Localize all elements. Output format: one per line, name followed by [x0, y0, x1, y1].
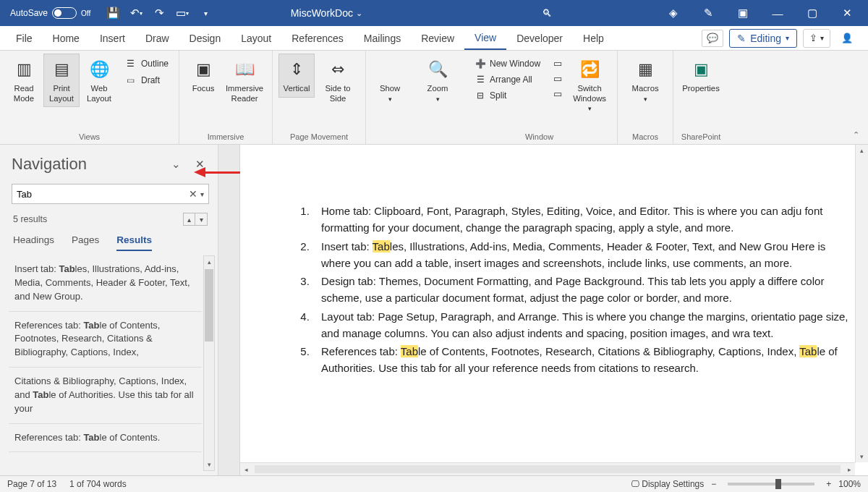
tab-file[interactable]: File: [6, 26, 43, 50]
qat-item-icon[interactable]: ▭▾: [171, 0, 193, 26]
tab-design[interactable]: Design: [179, 26, 231, 50]
split-button[interactable]: ⊟Split: [472, 88, 543, 103]
comments-button[interactable]: 💬: [702, 30, 723, 47]
nav-close-button[interactable]: ✕: [191, 156, 209, 173]
tab-references[interactable]: References: [281, 26, 354, 50]
web-layout-button[interactable]: 🌐Web Layout: [81, 54, 117, 107]
tab-mailings[interactable]: Mailings: [354, 26, 411, 50]
nav-search-box[interactable]: ✕ ▾: [12, 184, 209, 204]
zoom-button[interactable]: 🔍Zoom▾: [420, 54, 456, 106]
arrange-all-icon: ☰: [475, 75, 486, 85]
ribbon: ▥Read Mode ▤Print Layout 🌐Web Layout ☰Ou…: [0, 51, 868, 145]
scroll-down-icon[interactable]: ▾: [204, 459, 214, 470]
close-button[interactable]: ✕: [830, 0, 864, 26]
tab-help[interactable]: Help: [573, 26, 614, 50]
tab-review[interactable]: Review: [411, 26, 464, 50]
nav-tab-pages[interactable]: Pages: [72, 234, 99, 251]
brush-icon[interactable]: ✎: [692, 0, 725, 26]
arrange-all-button[interactable]: ☰Arrange All: [472, 72, 543, 87]
show-button[interactable]: Show▾: [372, 54, 408, 106]
draft-button[interactable]: ▭Draft: [120, 73, 171, 88]
tab-insert[interactable]: Insert: [90, 26, 135, 50]
editing-mode-button[interactable]: ✎ Editing ▾: [729, 29, 797, 48]
autosave-label: AutoSave: [10, 8, 48, 18]
slider-knob[interactable]: [775, 479, 781, 489]
zoom-level[interactable]: 100%: [838, 479, 861, 489]
tab-developer[interactable]: Developer: [506, 26, 573, 50]
window-option-icon[interactable]: ▭: [553, 73, 562, 84]
scroll-left-icon[interactable]: ◂: [240, 463, 252, 475]
switch-windows-icon: 🔁: [577, 57, 602, 82]
print-layout-button[interactable]: ▤Print Layout: [43, 54, 80, 107]
properties-button[interactable]: ▣Properties: [679, 54, 723, 98]
share-icon: ⇪: [809, 33, 817, 43]
page-indicator[interactable]: Page 7 of 13: [7, 479, 56, 489]
document-canvas[interactable]: Home tab: Clipboard, Font, Paragraph, St…: [240, 145, 855, 462]
immersive-reader-button[interactable]: 📖Immersive Reader: [223, 54, 266, 107]
account-icon[interactable]: 👤: [836, 30, 858, 47]
next-result-icon[interactable]: ▾: [195, 213, 207, 225]
scroll-down-icon[interactable]: ▾: [856, 451, 868, 462]
search-result-item[interactable]: Citations & Bibliography, Captions, Inde…: [9, 368, 202, 424]
ribbon-tabs: File Home Insert Draw Design Layout Refe…: [0, 26, 868, 51]
redo-icon[interactable]: ↷: [148, 0, 170, 26]
collapse-ribbon-icon[interactable]: ⌃: [853, 130, 859, 140]
scroll-up-icon[interactable]: ▴: [204, 256, 214, 268]
search-input[interactable]: [17, 189, 186, 200]
clear-search-icon[interactable]: ✕: [189, 188, 197, 200]
scroll-track[interactable]: [255, 465, 841, 473]
tab-view[interactable]: View: [464, 26, 506, 50]
diamond-icon[interactable]: ◈: [657, 0, 690, 26]
nav-tab-headings[interactable]: Headings: [13, 234, 54, 251]
tab-layout[interactable]: Layout: [231, 26, 281, 50]
scroll-right-icon[interactable]: ▸: [843, 463, 855, 475]
scroll-up-icon[interactable]: ▴: [856, 145, 868, 156]
window-option-icon[interactable]: ▭: [553, 88, 562, 99]
search-result-item[interactable]: References tab: Table of Contents.: [9, 424, 202, 453]
qat-customize-icon[interactable]: ▾: [195, 0, 216, 26]
chevron-down-icon: ▾: [436, 96, 440, 103]
zoom-out-button[interactable]: −: [711, 479, 716, 489]
nav-tab-results[interactable]: Results: [116, 234, 152, 251]
ribbon-toggle-icon[interactable]: ▣: [726, 0, 760, 26]
prev-result-icon[interactable]: ▴: [184, 213, 195, 225]
document-list-item: Design tab: Themes, Document Formatting,…: [312, 273, 855, 307]
tab-draw[interactable]: Draw: [135, 26, 179, 50]
doc-horizontal-scrollbar[interactable]: ◂ ▸: [240, 462, 855, 475]
new-window-icon: ➕: [475, 59, 486, 69]
side-to-side-button[interactable]: ⇔Side to Side: [316, 54, 359, 107]
zoom-in-button[interactable]: +: [826, 479, 831, 489]
maximize-button[interactable]: ▢: [796, 0, 829, 26]
new-window-button[interactable]: ➕New Window: [472, 56, 543, 71]
document-title[interactable]: MiscWorkDoc ⌄: [216, 7, 436, 19]
autosave-toggle[interactable]: AutoSave Off: [4, 7, 96, 19]
search-result-item[interactable]: Insert tab: Tables, Illustrations, Add-i…: [9, 255, 202, 312]
minimize-button[interactable]: —: [761, 0, 794, 26]
doc-vertical-scrollbar[interactable]: ▴ ▾: [855, 145, 868, 462]
focus-button[interactable]: ▣Focus: [185, 54, 221, 98]
save-icon[interactable]: 💾: [102, 0, 124, 26]
window-option-icon[interactable]: ▭: [553, 58, 562, 69]
group-macros: ▦Macros▾ Macros: [618, 51, 673, 144]
read-mode-button[interactable]: ▥Read Mode: [6, 54, 42, 107]
search-button[interactable]: 🔍︎: [437, 7, 657, 19]
word-count[interactable]: 1 of 704 words: [69, 479, 127, 489]
label: Vertical: [284, 84, 310, 94]
nav-options-button[interactable]: ⌄: [167, 156, 185, 173]
group-window: ➕New Window ☰Arrange All ⊟Split ▭ ▭ ▭ 🔁S…: [461, 51, 618, 144]
display-settings-button[interactable]: 🖵 Display Settings: [631, 479, 704, 489]
display-icon: 🖵: [631, 479, 642, 489]
side-to-side-icon: ⇔: [326, 57, 350, 82]
undo-icon[interactable]: ↶▾: [125, 0, 147, 26]
share-button[interactable]: ⇪ ▾: [803, 29, 830, 48]
switch-windows-button[interactable]: 🔁Switch Windows▾: [568, 54, 611, 116]
macros-button[interactable]: ▦Macros▾: [624, 54, 667, 106]
scroll-thumb[interactable]: [205, 269, 213, 342]
nav-scrollbar[interactable]: ▴ ▾: [203, 255, 215, 471]
zoom-slider[interactable]: [728, 483, 814, 485]
search-options-icon[interactable]: ▾: [200, 190, 204, 198]
tab-home[interactable]: Home: [43, 26, 90, 50]
vertical-button[interactable]: ⇕Vertical: [278, 54, 315, 98]
search-result-item[interactable]: References tab: Table of Contents, Footn…: [9, 312, 202, 368]
outline-button[interactable]: ☰Outline: [120, 56, 171, 71]
